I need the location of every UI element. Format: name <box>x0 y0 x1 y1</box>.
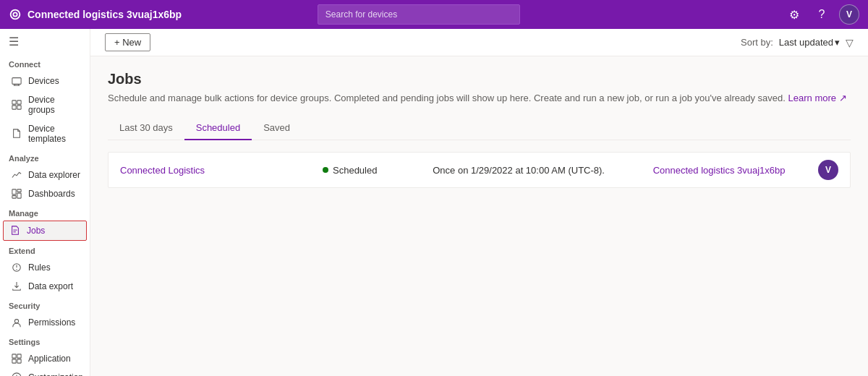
sidebar-section-security: Security <box>0 296 90 313</box>
sidebar: ☰ Connect Devices Device groups Device t… <box>0 29 90 376</box>
sidebar-item-permissions[interactable]: Permissions <box>0 313 90 332</box>
filter-icon[interactable]: ▽ <box>846 37 854 48</box>
settings-icon[interactable]: ⚙ <box>784 4 804 25</box>
job-status: Scheduled <box>323 165 433 176</box>
customization-icon <box>11 372 22 376</box>
table-row: Connected Logistics Scheduled Once on 1/… <box>108 152 851 188</box>
svg-rect-18 <box>12 354 16 358</box>
sort-prefix: Sort by: <box>741 37 773 48</box>
svg-rect-0 <box>12 78 21 85</box>
device-groups-icon <box>11 100 22 110</box>
tab-saved[interactable]: Saved <box>252 116 302 140</box>
permissions-icon <box>11 317 22 328</box>
svg-rect-19 <box>12 359 16 363</box>
rules-label: Rules <box>28 262 51 273</box>
sidebar-item-device-groups[interactable]: Device groups <box>0 90 90 119</box>
svg-rect-7 <box>17 106 21 109</box>
app-logo: Connected logistics 3vuaj1x6bp <box>9 8 182 21</box>
data-explorer-icon <box>11 170 22 180</box>
sidebar-section-connect: Connect <box>0 54 90 72</box>
page-title: Jobs <box>108 71 851 87</box>
sidebar-section-manage: Manage <box>0 203 90 221</box>
svg-rect-10 <box>17 193 21 198</box>
sidebar-item-devices[interactable]: Devices <box>0 72 90 90</box>
permissions-label: Permissions <box>28 317 75 328</box>
dashboards-label: Dashboards <box>28 189 75 199</box>
data-export-icon <box>11 281 22 291</box>
content-area: + New Sort by: Last updated ▾ ▽ Jobs Sch… <box>90 29 868 376</box>
logo-icon <box>9 8 22 21</box>
learn-more-link[interactable]: Learn more ↗ <box>788 93 847 103</box>
data-explorer-label: Data explorer <box>28 170 80 180</box>
sidebar-section-extend: Extend <box>0 241 90 258</box>
device-templates-icon <box>11 129 22 139</box>
application-icon <box>11 354 22 364</box>
jobs-icon <box>9 226 21 236</box>
sidebar-item-rules[interactable]: Rules <box>0 258 90 277</box>
sidebar-item-customization[interactable]: Customization <box>0 368 90 376</box>
tabs: Last 30 days Scheduled Saved <box>108 116 851 140</box>
svg-rect-11 <box>12 196 16 199</box>
device-groups-label: Device groups <box>28 95 81 115</box>
svg-point-16 <box>16 269 17 270</box>
svg-rect-6 <box>12 106 16 109</box>
sidebar-item-dashboards[interactable]: Dashboards <box>0 184 90 203</box>
help-icon[interactable]: ? <box>812 4 832 25</box>
hamburger-menu[interactable]: ☰ <box>0 29 90 54</box>
sidebar-item-jobs[interactable]: Jobs <box>3 221 87 241</box>
topbar: Connected logistics 3vuaj1x6bp ⚙ ? V <box>0 0 868 29</box>
svg-rect-4 <box>12 101 16 104</box>
jobs-label: Jobs <box>27 226 45 236</box>
device-templates-label: Device templates <box>28 124 81 144</box>
rules-icon <box>11 262 22 273</box>
job-avatar: V <box>818 160 838 180</box>
svg-rect-21 <box>17 359 21 363</box>
sidebar-item-data-explorer[interactable]: Data explorer <box>0 166 90 184</box>
svg-point-17 <box>14 320 18 323</box>
status-dot-icon <box>323 167 328 173</box>
user-avatar[interactable]: V <box>839 4 859 25</box>
sidebar-item-data-export[interactable]: Data export <box>0 277 90 296</box>
sort-chevron-icon: ▾ <box>835 37 840 48</box>
svg-rect-5 <box>17 101 21 104</box>
job-name[interactable]: Connected Logistics <box>120 165 323 176</box>
page-description: Schedule and manage bulk actions for dev… <box>108 92 851 105</box>
search-container <box>318 4 520 25</box>
sidebar-section-analyze: Analyze <box>0 148 90 166</box>
sort-controls: Sort by: Last updated ▾ ▽ <box>741 37 854 48</box>
sort-value[interactable]: Last updated ▾ <box>779 37 840 48</box>
svg-rect-8 <box>12 189 16 195</box>
devices-icon <box>11 76 22 86</box>
data-export-label: Data export <box>28 281 73 291</box>
customization-label: Customization <box>28 372 83 376</box>
new-button[interactable]: + New <box>105 33 150 51</box>
sidebar-section-settings: Settings <box>0 332 90 349</box>
svg-rect-9 <box>17 189 21 192</box>
content-body: Jobs Schedule and manage bulk actions fo… <box>90 56 868 376</box>
application-label: Application <box>28 354 71 364</box>
job-schedule: Once on 1/29/2022 at 10:00 AM (UTC-8). <box>433 165 652 176</box>
dashboards-icon <box>11 189 22 199</box>
devices-label: Devices <box>28 76 59 86</box>
tab-last30days[interactable]: Last 30 days <box>108 116 184 140</box>
sidebar-item-application[interactable]: Application <box>0 349 90 368</box>
job-app[interactable]: Connected logistics 3vuaj1x6bp <box>653 165 818 176</box>
content-toolbar: + New Sort by: Last updated ▾ ▽ <box>90 29 868 56</box>
app-name: Connected logistics 3vuaj1x6bp <box>27 9 182 20</box>
topbar-icons: ⚙ ? V <box>784 4 859 25</box>
sidebar-item-device-templates[interactable]: Device templates <box>0 119 90 148</box>
job-status-label: Scheduled <box>333 165 377 176</box>
svg-rect-20 <box>17 354 21 358</box>
tab-scheduled[interactable]: Scheduled <box>184 116 252 140</box>
job-list: Connected Logistics Scheduled Once on 1/… <box>108 152 851 188</box>
search-input[interactable] <box>318 4 520 25</box>
